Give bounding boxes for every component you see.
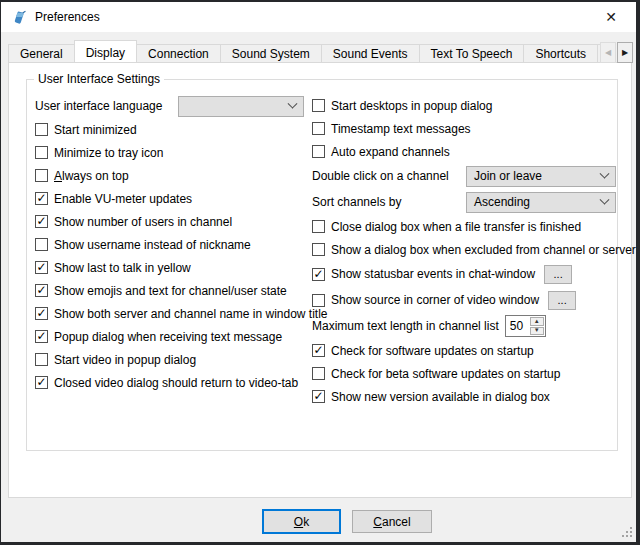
checkbox-timestamp-messages[interactable]: [312, 122, 325, 135]
cancel-button[interactable]: Cancel: [352, 510, 432, 533]
checkbox-statusbar-events[interactable]: ✓: [312, 268, 325, 281]
max-text-length-label: Maximum text length in channel list: [312, 319, 499, 333]
spin-down-icon[interactable]: ▼: [530, 327, 544, 336]
checkbox-row-start-minimized[interactable]: Start minimized: [35, 118, 311, 141]
spinner-buttons: ▲ ▼: [529, 316, 545, 336]
checkbox-start-video-popup[interactable]: [35, 353, 48, 366]
titlebar: Preferences ✕: [1, 2, 636, 32]
checkmark-icon: ✓: [36, 216, 46, 226]
checkbox-label: Show a dialog box when excluded from cha…: [331, 243, 636, 257]
sort-channels-value: Ascending: [474, 195, 530, 209]
left-column: User interface language Start minimized …: [35, 94, 311, 394]
video-source-row[interactable]: Show source in corner of video window ..…: [312, 287, 616, 313]
checkbox-label: Start minimized: [54, 123, 137, 137]
sort-channels-row: Sort channels by Ascending: [312, 189, 616, 215]
checkbox-row-show-username[interactable]: Show username instead of nickname: [35, 233, 311, 256]
checkbox-row-popup-text-message[interactable]: ✓ Popup dialog when receiving text messa…: [35, 325, 311, 348]
tab-label: General: [20, 47, 63, 61]
right-column: Start desktops in popup dialog Timestamp…: [312, 94, 616, 408]
checkbox-row-start-video-popup[interactable]: Start video in popup dialog: [35, 348, 311, 371]
tab-bar: General Display Connection Sound System …: [8, 40, 602, 62]
checkbox-show-new-version[interactable]: ✓: [312, 390, 325, 403]
checkbox-row-show-excluded-dialog[interactable]: Show a dialog box when excluded from cha…: [312, 238, 616, 261]
checkbox-show-server-channel-title[interactable]: ✓: [35, 307, 48, 320]
checkbox-row-enable-vu-meter[interactable]: ✓ Enable VU-meter updates: [35, 187, 311, 210]
checkmark-icon: ✓: [36, 377, 46, 387]
checkbox-minimize-to-tray[interactable]: [35, 146, 48, 159]
checkbox-row-timestamp-messages[interactable]: Timestamp text messages: [312, 117, 616, 140]
checkbox-label: Close dialog box when a file transfer is…: [331, 220, 581, 234]
checkbox-label: Popup dialog when receiving text message: [54, 330, 282, 344]
checkbox-show-emojis[interactable]: ✓: [35, 284, 48, 297]
display-tab-page: User Interface Settings User interface l…: [8, 62, 632, 498]
checkbox-row-close-filetransfer-dialog[interactable]: Close dialog box when a file transfer is…: [312, 215, 616, 238]
max-text-length-spinner[interactable]: 50 ▲ ▼: [505, 315, 546, 337]
tab-scroll-right-icon[interactable]: ▶: [617, 42, 633, 63]
resize-grip[interactable]: [621, 526, 633, 538]
checkbox-label: Show statusbar events in chat-window: [331, 267, 535, 281]
tab-display[interactable]: Display: [74, 40, 137, 62]
tab-connection[interactable]: Connection: [136, 44, 221, 62]
sort-channels-label: Sort channels by: [312, 195, 466, 209]
double-click-row: Double click on a channel Join or leave: [312, 163, 616, 189]
checkbox-closed-video-return[interactable]: ✓: [35, 376, 48, 389]
ok-button-label: Ok: [294, 515, 309, 529]
checkbox-label: Check for beta software updates on start…: [331, 367, 560, 381]
language-label: User interface language: [35, 99, 178, 113]
language-combobox[interactable]: [178, 96, 304, 117]
checkbox-enable-vu-meter[interactable]: ✓: [35, 192, 48, 205]
checkmark-icon: ✓: [313, 391, 323, 401]
checkbox-show-last-talk[interactable]: ✓: [35, 261, 48, 274]
checkbox-label: Always on top: [54, 169, 129, 183]
statusbar-events-row[interactable]: ✓ Show statusbar events in chat-window .…: [312, 261, 616, 287]
checkmark-icon: ✓: [313, 269, 323, 279]
spinner-value[interactable]: 50: [506, 316, 529, 336]
checkbox-row-minimize-to-tray[interactable]: Minimize to tray icon: [35, 141, 311, 164]
tab-general[interactable]: General: [8, 44, 75, 62]
checkbox-row-show-user-count[interactable]: ✓ Show number of users in channel: [35, 210, 311, 233]
tab-scroll-left-icon: ◀: [600, 42, 616, 63]
checkbox-row-closed-video-return[interactable]: ✓ Closed video dialog should return to v…: [35, 371, 311, 394]
tab-sound-system[interactable]: Sound System: [220, 44, 322, 62]
checkbox-check-updates[interactable]: ✓: [312, 344, 325, 357]
checkbox-show-excluded-dialog[interactable]: [312, 243, 325, 256]
checkbox-row-start-desktops-popup[interactable]: Start desktops in popup dialog: [312, 94, 616, 117]
checkbox-row-show-emojis[interactable]: ✓ Show emojis and text for channel/user …: [35, 279, 311, 302]
close-icon[interactable]: ✕: [592, 2, 630, 32]
checkbox-row-always-on-top[interactable]: Always on top: [35, 164, 311, 187]
checkbox-start-desktops-popup[interactable]: [312, 99, 325, 112]
checkbox-check-beta-updates[interactable]: [312, 367, 325, 380]
checkbox-always-on-top[interactable]: [35, 169, 48, 182]
checkbox-row-show-last-talk[interactable]: ✓ Show last to talk in yellow: [35, 256, 311, 279]
checkbox-label: Show username instead of nickname: [54, 238, 251, 252]
checkbox-row-check-beta-updates[interactable]: Check for beta software updates on start…: [312, 362, 616, 385]
checkbox-close-filetransfer-dialog[interactable]: [312, 220, 325, 233]
tab-text-to-speech[interactable]: Text To Speech: [419, 44, 525, 62]
ok-button[interactable]: Ok: [262, 509, 341, 534]
sort-channels-combobox[interactable]: Ascending: [466, 192, 616, 213]
checkbox-row-show-server-channel-title[interactable]: ✓ Show both server and channel name in w…: [35, 302, 311, 325]
checkbox-video-source-corner[interactable]: [312, 294, 325, 307]
double-click-combobox[interactable]: Join or leave: [466, 166, 616, 187]
checkbox-label: Enable VU-meter updates: [54, 192, 192, 206]
checkbox-show-user-count[interactable]: ✓: [35, 215, 48, 228]
chevron-down-icon: [288, 98, 298, 108]
spin-up-icon[interactable]: ▲: [530, 317, 544, 326]
statusbar-events-more-button[interactable]: ...: [544, 265, 572, 284]
checkmark-icon: ✓: [36, 193, 46, 203]
checkbox-row-auto-expand-channels[interactable]: Auto expand channels: [312, 140, 616, 163]
video-source-more-button[interactable]: ...: [548, 291, 576, 310]
tab-shortcuts[interactable]: Shortcuts: [523, 44, 598, 62]
checkbox-row-check-updates[interactable]: ✓ Check for software updates on startup: [312, 339, 616, 362]
checkbox-show-username[interactable]: [35, 238, 48, 251]
app-icon: [11, 9, 27, 25]
checkbox-popup-text-message[interactable]: ✓: [35, 330, 48, 343]
checkbox-start-minimized[interactable]: [35, 123, 48, 136]
window-title: Preferences: [35, 10, 100, 24]
tab-sound-events[interactable]: Sound Events: [321, 44, 420, 62]
chevron-down-icon: [600, 168, 610, 178]
checkbox-row-show-new-version[interactable]: ✓ Show new version available in dialog b…: [312, 385, 616, 408]
tab-label: Display: [86, 46, 125, 60]
checkmark-icon: ✓: [36, 331, 46, 341]
checkbox-auto-expand-channels[interactable]: [312, 145, 325, 158]
